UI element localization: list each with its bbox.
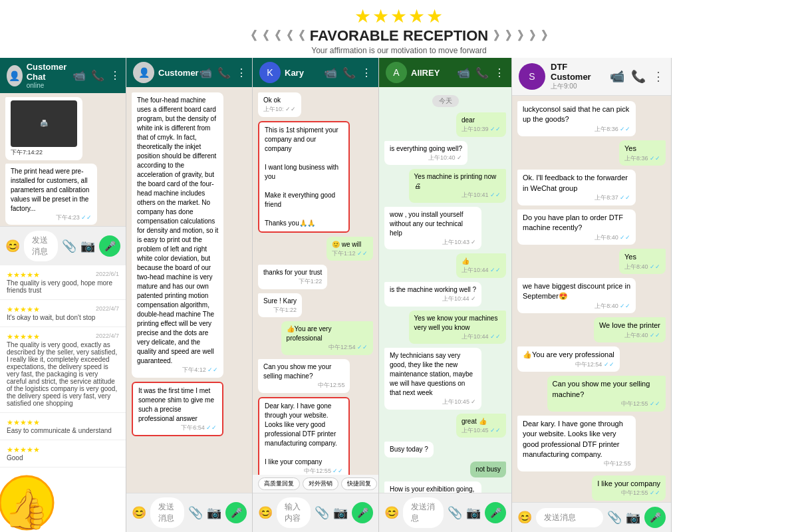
call-icon[interactable]: 📞	[631, 69, 646, 84]
emoji-icon[interactable]: 😊	[384, 505, 399, 520]
emoji-icon[interactable]: 😊	[5, 239, 20, 253]
msg-row: we have biggest discount price in Septem…	[517, 278, 666, 313]
video-icon[interactable]: 📹	[610, 69, 624, 84]
panel5-header: S DTF Customer 上午9:00 📹 📞 ⋮	[512, 58, 671, 96]
bubble: 👍上午10:44 ✓✓	[456, 253, 506, 278]
review-text: The quality is very good, hope more frie…	[7, 279, 119, 294]
star-rating: ★★★★★	[0, 5, 798, 27]
panel4-footer: 😊 发送消息 📎 📷 🎤	[379, 493, 511, 532]
bubble: Can you show me your selling machine?中午1…	[258, 359, 350, 393]
menu-icon[interactable]: ⋮	[652, 69, 664, 84]
msg-row: not busy	[384, 462, 506, 477]
message-input[interactable]: 输入内容	[277, 497, 311, 528]
page-header: ★★★★★ 《《《《《 FAVORABLE RECEPTION 》》》》》 Yo…	[0, 0, 798, 58]
page-subtitle: Your affirmation is our motivation to mo…	[0, 46, 798, 55]
bubble: The four-head machine uses a different b…	[132, 92, 223, 378]
header-icons[interactable]: 📹 📞 ⋮	[72, 69, 120, 82]
message-input[interactable]: 发送消息	[536, 508, 603, 527]
bubble: we have biggest discount price in Septem…	[517, 278, 636, 313]
panel4-chat-body: 今天 dear上午10:39 ✓✓ is everything going we…	[379, 87, 511, 493]
send-button[interactable]: 🎤	[644, 507, 666, 528]
call-icon[interactable]: 📞	[91, 69, 104, 82]
review-item: ★★★★★2022/6/1 The quality is very good, …	[0, 265, 126, 300]
video-icon[interactable]: 📹	[72, 69, 86, 82]
msg-row: The four-head machine uses a different b…	[132, 92, 247, 378]
menu-icon[interactable]: ⋮	[236, 66, 247, 79]
bubble: Dear kary. I have gone through your webs…	[517, 416, 636, 471]
bubble: great 👍上午10:45 ✓✓	[456, 414, 506, 438]
review-date: 2022/6/1	[96, 271, 119, 277]
msg-row: It was the first time I met someone shim…	[132, 382, 247, 437]
send-button[interactable]: 🎤	[485, 502, 506, 523]
menu-icon[interactable]: ⋮	[110, 69, 120, 82]
review-date: 2022/4/7	[96, 332, 119, 339]
video-icon[interactable]: 📹	[457, 66, 470, 79]
call-icon[interactable]: 📞	[342, 66, 356, 79]
avatar: S	[519, 63, 545, 90]
emoji-icon[interactable]: 😊	[258, 505, 273, 520]
msg-row: We love the printer上午8:40 ✓✓	[517, 317, 666, 342]
camera-icon[interactable]: 📷	[207, 505, 221, 520]
menu-icon[interactable]: ⋮	[494, 66, 505, 79]
video-icon[interactable]: 📹	[324, 66, 337, 79]
emoji-icon[interactable]: 😊	[517, 510, 532, 525]
bubble: Ok. I'll feedback to the forwarder in We…	[517, 170, 636, 205]
send-button[interactable]: 🎤	[99, 235, 120, 257]
quick-reply-chip[interactable]: 快捷回复	[341, 477, 377, 490]
menu-icon[interactable]: ⋮	[361, 66, 372, 79]
panel3-header: K Kary 📹 📞 ⋮	[253, 58, 378, 87]
bubble: dear上午10:39 ✓✓	[456, 112, 506, 137]
msg-row: Ok. I'll feedback to the forwarder in We…	[517, 170, 666, 205]
send-button[interactable]: 🎤	[225, 502, 247, 523]
camera-icon[interactable]: 📷	[80, 239, 95, 253]
quick-reply-chip[interactable]: 高质量回复	[258, 477, 300, 490]
message-input[interactable]: 发送消息	[403, 497, 444, 528]
left-arrows: 《《《《《	[245, 28, 305, 44]
send-button[interactable]: 🎤	[352, 502, 373, 523]
attach-icon[interactable]: 📎	[448, 505, 462, 520]
video-icon[interactable]: 📹	[199, 66, 212, 79]
msg-row: Can you show me your selling machine?中午1…	[258, 359, 373, 393]
camera-icon[interactable]: 📷	[333, 505, 348, 520]
bubble: luckyconsol said that he can pick up the…	[517, 101, 636, 136]
bubble-highlighted: Dear kary. I have gone through your webs…	[258, 397, 350, 475]
bubble: Can you show me your selling machine?中午1…	[547, 376, 666, 411]
message-input[interactable]: 发送消息	[150, 497, 184, 528]
emoji-icon[interactable]: 😊	[132, 505, 146, 520]
msg-row: Yes we know your machines very well you …	[384, 311, 506, 344]
bubble: is everything going well?上午10:40 ✓	[384, 141, 467, 166]
attach-icon[interactable]: 📎	[188, 505, 203, 520]
attach-icon[interactable]: 📎	[607, 510, 622, 525]
call-icon[interactable]: 📞	[475, 66, 489, 79]
attach-icon[interactable]: 📎	[62, 239, 76, 253]
bubble: Yes上午8:36 ✓✓	[619, 140, 666, 166]
msg-row: 👍上午10:44 ✓✓	[384, 253, 506, 278]
msg-row: dear上午10:39 ✓✓	[384, 112, 506, 137]
review-item: ★★★★★2022/4/7 It's okay to wait, but don…	[0, 300, 126, 327]
right-arrows: 》》》》》	[493, 28, 553, 44]
bubble: Yes上午8:40 ✓✓	[619, 249, 666, 274]
msg-row: 🙂 we will下午1:12 ✓✓	[258, 237, 373, 261]
msg-row: 🖨️ 下午7:14:22	[5, 97, 120, 160]
msg-row: Can you show me your selling machine?中午1…	[517, 376, 666, 411]
panel1-chat-footer: 😊 发送消息 📎 📷 🎤	[0, 226, 126, 265]
date-divider: 今天	[432, 95, 459, 107]
msg-row: luckyconsol said that he can pick up the…	[517, 101, 666, 136]
msg-row: Ok ok上午10: ✓✓	[258, 92, 373, 117]
panel1-chat-header: 👤 Customer Chat online 📹 📞 ⋮	[0, 58, 126, 93]
call-icon[interactable]: 📞	[217, 66, 231, 79]
review-item: ★★★★★ Good	[0, 440, 126, 467]
page-title: 《《《《《 FAVORABLE RECEPTION 》》》》》	[0, 27, 798, 45]
attach-icon[interactable]: 📎	[315, 505, 329, 520]
msg-row: My technicians say very good, they like …	[384, 348, 506, 410]
message-input[interactable]: 发送消息	[24, 231, 58, 261]
msg-row: Yes上午8:40 ✓✓	[517, 249, 666, 274]
msg-row: 👍You are very professional中午12:54 ✓✓	[517, 346, 666, 372]
panel3-chat: K Kary 📹 📞 ⋮ Ok ok上午10: ✓✓ This is 1st s…	[253, 58, 379, 532]
avatar: K	[259, 62, 281, 83]
msg-row: Sure ! Kary下午1:22	[258, 293, 373, 318]
quick-reply-chip[interactable]: 对外营销	[303, 477, 338, 490]
bubble: is the machine working well ?上午10:44 ✓	[384, 282, 481, 307]
camera-icon[interactable]: 📷	[466, 505, 481, 520]
camera-icon[interactable]: 📷	[626, 510, 640, 525]
